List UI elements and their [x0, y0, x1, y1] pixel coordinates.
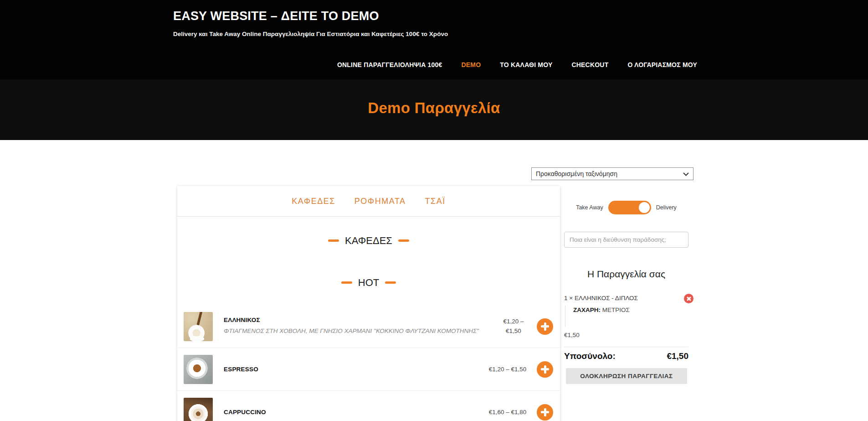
cart-item-price: €1,50	[564, 332, 693, 338]
chevron-down-icon	[683, 170, 689, 177]
subtotal-label: Υποσύνολο:	[564, 351, 616, 361]
product-image-cappuccino	[184, 398, 213, 421]
menu-card: ΚΑΦΕΔΕΣ ΡΟΦΗΜΑΤΑ ΤΣΑΪ ΚΑΦΕΔΕΣ HOT ΕΛΛΗΝΙ…	[177, 186, 560, 421]
nav-item-checkout[interactable]: CHECKOUT	[571, 61, 608, 68]
tab-kafedes[interactable]: ΚΑΦΕΔΕΣ	[292, 197, 335, 206]
category-heading: ΚΑΦΕΔΕΣ	[177, 235, 560, 247]
subcategory-heading: HOT	[177, 277, 560, 289]
subtotal-row: Υποσύνολο: €1,50	[564, 351, 688, 361]
nav-item-demo[interactable]: DEMO	[462, 61, 481, 68]
checkout-button[interactable]: ΟΛΟΚΛΗΡΩΣΗ ΠΑΡΑΓΓΕΛΙΑΣ	[566, 368, 687, 384]
product-row-cappuccino: CAPPUCCINO €1,60 – €1,80	[177, 391, 560, 421]
delivery-toggle[interactable]	[608, 201, 651, 214]
plus-icon	[541, 322, 549, 331]
page-title: Demo Παραγγελία	[0, 79, 868, 117]
site-title[interactable]: EASY WEBSITE – ΔΕΙΤΕ ΤΟ DEMO	[173, 9, 448, 23]
fulfillment-toggle-row: Take Away Delivery	[564, 201, 688, 214]
divider	[564, 347, 688, 347]
product-row-ellinikos: ΕΛΛΗΝΙΚΟΣ ΦΤΙΑΓΜΕΝΟΣ ΣΤΗ ΧΟΒΟΛΗ, ΜΕ ΓΝΗΣ…	[177, 305, 560, 348]
address-input[interactable]	[564, 232, 688, 248]
add-to-cart-button[interactable]	[537, 318, 553, 335]
product-image-espresso	[184, 355, 213, 384]
remove-item-button[interactable]	[684, 294, 693, 303]
cart-item-option: ΖΑΧΑΡΗ: ΜΕΤΡΙΟΣ	[565, 306, 693, 327]
sort-dropdown[interactable]: Προκαθορισμένη ταξινόμηση	[531, 167, 693, 180]
page-title-band: Demo Παραγγελία	[0, 79, 868, 140]
product-row-espresso: ESPRESSO €1,20 – €1,50	[177, 348, 560, 391]
product-image-greek-coffee	[184, 312, 213, 341]
nav-item-account[interactable]: Ο ΛΟΓΑΡΙΑΣΜΟΣ ΜΟΥ	[627, 61, 697, 68]
nav-item-cart[interactable]: ΤΟ ΚΑΛΑΘΙ ΜΟΥ	[500, 61, 552, 68]
take-away-label: Take Away	[576, 204, 603, 211]
site-tagline: Delivery και Take Away Online Παραγγελιο…	[173, 31, 448, 37]
close-icon	[687, 296, 691, 301]
nav-item-online-ordering[interactable]: ONLINE ΠΑΡΑΓΓΕΛΙΟΛΗΨΙΑ 100€	[337, 61, 442, 68]
product-price: €1,60 – €1,80	[485, 407, 530, 417]
site-header: EASY WEBSITE – ΔΕΙΤΕ ΤΟ DEMO Delivery κα…	[0, 0, 868, 79]
toggle-knob-icon	[639, 202, 650, 213]
order-sidebar: Take Away Delivery Η Παραγγελία σας 1 × …	[564, 201, 693, 384]
heading-dash-icon	[341, 281, 352, 284]
subtotal-value: €1,50	[667, 351, 688, 361]
plus-icon	[541, 408, 549, 416]
add-to-cart-button[interactable]	[537, 361, 553, 378]
product-price: €1,20 – €1,50	[497, 317, 530, 336]
cart-title: Η Παραγγελία σας	[564, 269, 688, 280]
main-content: Προκαθορισμένη ταξινόμηση ΚΑΦΕΔΕΣ ΡΟΦΗΜΑ…	[0, 140, 868, 421]
category-tabs: ΚΑΦΕΔΕΣ ΡΟΦΗΜΑΤΑ ΤΣΑΪ	[177, 186, 560, 217]
product-name: CAPPUCCINO	[224, 409, 499, 416]
cart-item-name: 1 × ΕΛΛΗΝΙΚΟΣ - ΔΙΠΛΟΣ	[564, 294, 638, 301]
main-nav: ONLINE ΠΑΡΑΓΓΕΛΙΟΛΗΨΙΑ 100€ DEMO ΤΟ ΚΑΛΑ…	[337, 61, 697, 68]
heading-dash-icon	[398, 239, 409, 242]
product-description: ΦΤΙΑΓΜΕΝΟΣ ΣΤΗ ΧΟΒΟΛΗ, ΜΕ ΓΝΗΣΙΟ ΧΑΡΜΑΝΙ…	[224, 327, 479, 336]
product-price: €1,20 – €1,50	[485, 364, 530, 374]
cart-item: 1 × ΕΛΛΗΝΙΚΟΣ - ΔΙΠΛΟΣ	[564, 294, 693, 303]
product-name: ESPRESSO	[224, 366, 499, 373]
sort-dropdown-value: Προκαθορισμένη ταξινόμηση	[536, 170, 617, 177]
tab-tsai[interactable]: ΤΣΑΪ	[425, 197, 446, 206]
product-list: ΕΛΛΗΝΙΚΟΣ ΦΤΙΑΓΜΕΝΟΣ ΣΤΗ ΧΟΒΟΛΗ, ΜΕ ΓΝΗΣ…	[177, 305, 560, 421]
delivery-label: Delivery	[656, 204, 677, 211]
plus-icon	[541, 365, 549, 374]
product-name: ΕΛΛΗΝΙΚΟΣ	[224, 317, 499, 323]
heading-dash-icon	[385, 281, 396, 284]
heading-dash-icon	[328, 239, 339, 242]
tab-rofimata[interactable]: ΡΟΦΗΜΑΤΑ	[354, 197, 406, 206]
add-to-cart-button[interactable]	[537, 404, 553, 421]
